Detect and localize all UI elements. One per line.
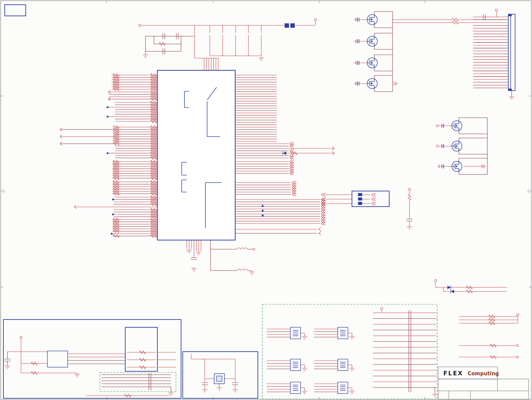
ground-symbol xyxy=(196,251,201,255)
ground-symbol xyxy=(186,249,192,253)
ground-symbol xyxy=(302,335,307,339)
ground-symbol xyxy=(232,388,238,392)
ground-symbol xyxy=(249,270,254,275)
capacitor xyxy=(202,383,208,385)
signal-block-pad xyxy=(358,197,362,201)
schematic-sheet: FLEX Computing xyxy=(0,0,532,400)
net-arrow-double xyxy=(290,144,294,148)
open-terminal xyxy=(436,145,438,147)
resistor-zigzag xyxy=(452,18,459,21)
ground-symbol xyxy=(349,390,355,394)
mosfet[interactable] xyxy=(367,58,377,68)
open-terminal xyxy=(516,356,518,358)
sheet-frame xyxy=(1,1,531,399)
signal-block[interactable] xyxy=(352,191,389,207)
ground-symbol xyxy=(349,367,355,371)
fuse-element[interactable] xyxy=(285,23,289,28)
option-area xyxy=(100,373,176,392)
net-arrow-right-double xyxy=(393,82,397,85)
inductor xyxy=(237,248,247,249)
open-terminal xyxy=(495,9,497,11)
frame-ticks xyxy=(1,1,531,399)
net-arrow-double xyxy=(290,156,294,160)
junction-dot xyxy=(107,116,109,118)
filter-cell[interactable] xyxy=(290,359,301,371)
ground-symbol xyxy=(202,388,207,392)
signal-block-pad xyxy=(358,193,362,196)
connector-key-top xyxy=(509,14,512,16)
ground-symbol xyxy=(302,367,307,371)
filter-cell[interactable] xyxy=(290,382,301,394)
filter-cell[interactable] xyxy=(290,327,301,339)
signal-block-pad xyxy=(358,202,362,205)
mosfet[interactable] xyxy=(452,161,462,171)
title-table xyxy=(438,379,529,399)
main-ic[interactable] xyxy=(157,70,235,240)
diode[interactable] xyxy=(283,151,286,155)
ground-symbol xyxy=(259,56,264,61)
indicator-triangle xyxy=(261,209,264,212)
junction-dot xyxy=(107,152,109,154)
ground-symbol xyxy=(509,95,514,99)
capacitor xyxy=(191,258,197,260)
ground-symbol xyxy=(349,335,355,339)
logo-computing-text: Computing xyxy=(468,371,499,377)
mosfet[interactable] xyxy=(367,36,377,46)
fuse-element[interactable] xyxy=(290,23,295,28)
junction-dot xyxy=(111,233,113,235)
capacitor xyxy=(232,383,238,385)
power-section-box[interactable] xyxy=(3,320,181,398)
symbol-layer xyxy=(4,9,519,397)
open-terminal xyxy=(381,308,383,310)
connector-key-bottom xyxy=(509,89,512,91)
capacitor xyxy=(406,219,413,221)
mosfet[interactable] xyxy=(367,15,377,25)
signal-wires-red xyxy=(7,11,518,396)
net-arrow-double xyxy=(321,222,325,225)
open-terminal xyxy=(517,314,519,316)
open-terminal xyxy=(436,125,438,127)
open-terminal xyxy=(408,188,411,190)
ground-symbol xyxy=(191,267,197,271)
capacitor xyxy=(4,359,10,361)
junction-dot xyxy=(112,213,114,215)
ground-symbol xyxy=(217,386,222,390)
ground-symbol xyxy=(168,392,174,396)
filter-cell[interactable] xyxy=(338,359,348,371)
open-terminal xyxy=(516,345,518,347)
mosfet[interactable] xyxy=(367,78,377,89)
open-terminal xyxy=(314,19,316,21)
resistor-zigzag-vertical xyxy=(408,194,411,200)
net-arrow-double xyxy=(372,197,376,201)
net-arrow-double xyxy=(372,202,376,205)
logo-flex-text: FLEX xyxy=(443,370,463,377)
junction-dot xyxy=(112,198,114,201)
edge-connector[interactable] xyxy=(508,14,515,91)
filter-cell[interactable] xyxy=(338,327,348,339)
net-arrow-double xyxy=(292,193,296,196)
inductor xyxy=(237,269,247,270)
indicator-triangle xyxy=(261,204,264,207)
frame-border xyxy=(1,1,531,399)
regulator-ic[interactable] xyxy=(47,351,68,367)
open-terminal xyxy=(435,280,437,282)
net-arrow-double xyxy=(290,172,294,175)
resistor-network-box[interactable] xyxy=(125,327,157,371)
title-table-grid xyxy=(438,379,529,399)
title-block: FLEX Computing xyxy=(438,367,529,399)
net-arrow xyxy=(319,228,321,231)
net-arrow-double xyxy=(372,193,376,196)
ground-symbol xyxy=(407,225,412,229)
mosfet[interactable] xyxy=(452,141,462,151)
ground-symbol xyxy=(5,364,10,369)
diode-pair[interactable] xyxy=(447,285,454,293)
wire-layer xyxy=(7,11,518,396)
filter-cell[interactable] xyxy=(338,382,348,394)
open-terminal xyxy=(253,248,255,250)
crystal-body xyxy=(217,376,222,381)
ground-symbol xyxy=(74,373,80,377)
resistor-zigzag xyxy=(452,21,459,24)
open-terminal xyxy=(139,24,141,26)
crystal-section-box[interactable] xyxy=(183,352,258,398)
mosfet[interactable] xyxy=(452,121,462,131)
